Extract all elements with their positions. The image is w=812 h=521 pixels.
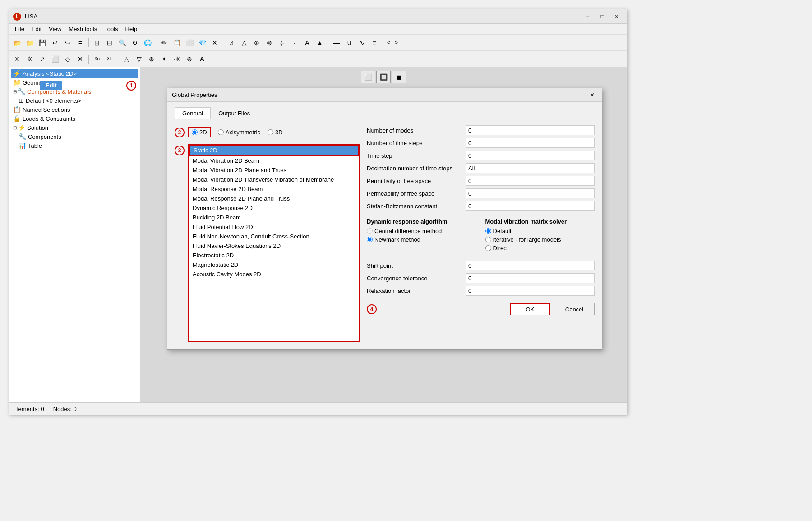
- list-item-modal-plane-truss[interactable]: Modal Vibration 2D Plane and Truss: [189, 165, 359, 175]
- prop-permittivity-input[interactable]: [466, 176, 595, 186]
- prop-timestep-input[interactable]: [466, 151, 595, 160]
- analysis-list[interactable]: Static 2D Modal Vibration 2D Beam Modal …: [188, 144, 360, 342]
- toolbar-equal2[interactable]: ≡: [369, 37, 380, 49]
- menu-view[interactable]: View: [45, 25, 65, 33]
- list-item-dynamic-response[interactable]: Dynamic Response 2D: [189, 203, 359, 213]
- toolbar-arc[interactable]: ∪: [343, 37, 355, 49]
- toolbar-save[interactable]: 💾: [37, 37, 48, 49]
- menu-edit[interactable]: Edit: [28, 25, 45, 33]
- list-item-magnetostatic[interactable]: Magnetostatic 2D: [189, 260, 359, 270]
- tab-general[interactable]: General: [175, 107, 211, 119]
- toolbar2-rect[interactable]: ⬜: [49, 53, 61, 65]
- radio-2d[interactable]: [192, 129, 198, 135]
- prop-relaxation-input[interactable]: [466, 286, 595, 296]
- prop-shift-input[interactable]: [466, 260, 595, 270]
- list-item-static2d[interactable]: Static 2D: [189, 145, 359, 156]
- list-item-modal-beam[interactable]: Modal Vibration 2D Beam: [189, 156, 359, 165]
- toolbar-globe[interactable]: 🌐: [142, 37, 153, 49]
- toolbar2-select[interactable]: ✳: [11, 53, 23, 65]
- toolbar2-a[interactable]: A: [196, 53, 208, 65]
- close-button[interactable]: ✕: [610, 12, 623, 22]
- toolbar-wave[interactable]: ∿: [356, 37, 368, 49]
- list-item-buckling[interactable]: Buckling 2D Beam: [189, 213, 359, 222]
- maximize-button[interactable]: □: [596, 12, 609, 22]
- direct-radio[interactable]: [485, 245, 491, 251]
- default-radio[interactable]: [485, 228, 491, 234]
- tree-item-geometry[interactable]: 📁 Geometry: [11, 78, 138, 87]
- toolbar-rotate[interactable]: ↻: [129, 37, 141, 49]
- toolbar2-num2[interactable]: 3E: [104, 53, 115, 65]
- tree-item-components[interactable]: ⊟ 🔧 Components & Materials: [11, 87, 138, 96]
- edit-tooltip[interactable]: Edit: [40, 81, 62, 90]
- minimize-button[interactable]: −: [581, 12, 594, 22]
- tree-item-analysis[interactable]: ⚡ Analysis <Static 2D>: [11, 69, 138, 78]
- tree-item-default[interactable]: ⊞ Default <0 elements>: [11, 96, 138, 105]
- prop-timesteps-input[interactable]: [466, 138, 595, 148]
- tree-item-solution[interactable]: ⊟ ⚡ Solution: [11, 123, 138, 132]
- central-diff-radio[interactable]: [367, 228, 373, 234]
- toolbar-redo[interactable]: ↪: [62, 37, 74, 49]
- radio-2d-label[interactable]: 2D: [192, 129, 207, 136]
- toolbar-node2[interactable]: ·: [289, 37, 300, 49]
- radio-axisymmetric[interactable]: [218, 129, 224, 135]
- dialog-close-button[interactable]: ✕: [587, 91, 597, 100]
- toolbar2-cross[interactable]: ✕: [74, 53, 86, 65]
- toolbar-undo[interactable]: ↩: [49, 37, 61, 49]
- list-item-fluid-non-newtonian[interactable]: Fluid Non-Newtonian, Conduit Cross-Secti…: [189, 232, 359, 241]
- prop-convergence-input[interactable]: [466, 273, 595, 283]
- list-item-acoustic[interactable]: Acoustic Cavity Modes 2D: [189, 270, 359, 279]
- toolbar2-arrow[interactable]: ↗: [37, 53, 48, 65]
- toolbar-box[interactable]: ⬜: [184, 37, 195, 49]
- toolbar-x[interactable]: ✕: [209, 37, 221, 49]
- view-btn-1[interactable]: ⬜: [361, 71, 375, 83]
- toolbar-equal[interactable]: =: [74, 37, 86, 49]
- iterative-radio[interactable]: [485, 237, 491, 242]
- toolbar-label[interactable]: A: [301, 37, 313, 49]
- toolbar2-sym[interactable]: ⊛: [184, 53, 195, 65]
- view-btn-2[interactable]: 🔲: [376, 71, 391, 83]
- prop-modes-input[interactable]: [466, 125, 595, 135]
- radio-3d[interactable]: [268, 129, 273, 135]
- toolbar2-diamond[interactable]: ◇: [62, 53, 74, 65]
- toolbar-mesh1[interactable]: ⊿: [226, 37, 237, 49]
- list-item-electrostatic[interactable]: Electrostatic 2D: [189, 251, 359, 260]
- toolbar-grid[interactable]: ⊞: [91, 37, 103, 49]
- toolbar-line[interactable]: —: [331, 37, 342, 49]
- radio-3d-label[interactable]: 3D: [268, 129, 283, 136]
- toolbar2-dot[interactable]: ·✳: [171, 53, 183, 65]
- toolbar2-select2[interactable]: ❊: [24, 53, 36, 65]
- menu-mesh-tools[interactable]: Mesh tools: [65, 25, 101, 33]
- list-item-fluid-potential[interactable]: Fluid Potential Flow 2D: [189, 222, 359, 232]
- toolbar-open[interactable]: 📁: [24, 37, 36, 49]
- toolbar-new[interactable]: 📂: [11, 37, 23, 49]
- toolbar2-star[interactable]: ✦: [158, 53, 170, 65]
- newmark-radio[interactable]: [367, 237, 373, 242]
- toolbar-draw[interactable]: ✏: [158, 37, 170, 49]
- prop-decimation-input[interactable]: [466, 163, 595, 173]
- list-item-modal-response-beam[interactable]: Modal Response 2D Beam: [189, 184, 359, 194]
- list-item-modal-response-plane[interactable]: Modal Response 2D Plane and Truss: [189, 194, 359, 203]
- tree-item-table[interactable]: 📊 Table: [11, 141, 138, 150]
- tree-item-named-selections[interactable]: 📋 Named Selections: [11, 105, 138, 114]
- toolbar2-tri2[interactable]: ▽: [133, 53, 145, 65]
- toolbar-tri[interactable]: ▲: [314, 37, 326, 49]
- toolbar2-circle[interactable]: ⊕: [146, 53, 157, 65]
- prop-permeability-input[interactable]: [466, 188, 595, 198]
- toolbar-mesh4[interactable]: ⊛: [263, 37, 275, 49]
- cancel-button[interactable]: Cancel: [554, 303, 595, 315]
- radio-axisymmetric-label[interactable]: Axisymmetric: [218, 129, 260, 136]
- ok-button[interactable]: OK: [510, 303, 550, 315]
- tab-output-files[interactable]: Output Files: [211, 107, 258, 119]
- toolbar2-tri1[interactable]: △: [120, 53, 132, 65]
- toolbar-search[interactable]: 🔍: [116, 37, 128, 49]
- view-btn-3[interactable]: ◼: [392, 71, 406, 83]
- toolbar-nav-left[interactable]: <: [385, 40, 392, 46]
- list-item-modal-transverse[interactable]: Modal Vibration 2D Transverse Vibration …: [189, 175, 359, 184]
- toolbar-grid2[interactable]: ⊟: [104, 37, 115, 49]
- toolbar-node[interactable]: ⊹: [276, 37, 288, 49]
- prop-stefan-input[interactable]: [466, 201, 595, 211]
- toolbar-shape[interactable]: 💎: [196, 37, 208, 49]
- toolbar-nav-right[interactable]: >: [393, 40, 400, 46]
- toolbar-copy[interactable]: 📋: [171, 37, 183, 49]
- tree-item-loads[interactable]: 🔒 Loads & Constraints: [11, 114, 138, 123]
